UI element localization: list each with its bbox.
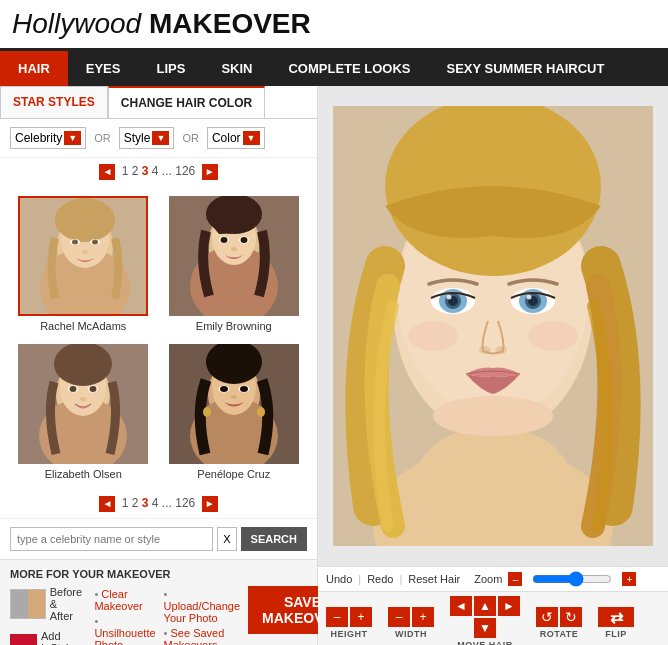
redo-link[interactable]: Redo <box>367 573 393 585</box>
main-content: STAR STYLES CHANGE HAIR COLOR Celebrity … <box>0 86 668 645</box>
gallery-item-rachel[interactable]: Rachel McAdams <box>8 190 159 338</box>
svg-point-40 <box>240 386 248 392</box>
svg-point-60 <box>408 321 458 351</box>
width-minus-btn[interactable]: – <box>388 607 410 627</box>
zoom-minus-btn[interactable]: – <box>508 572 522 586</box>
zoom-plus-btn[interactable]: + <box>622 572 636 586</box>
svg-point-18 <box>240 237 247 243</box>
celebrity-name-elizabeth: Elizabeth Olsen <box>12 468 155 480</box>
app-title: Hollywood MAKEOVER <box>12 8 311 39</box>
tab-star-styles[interactable]: STAR STYLES <box>0 86 108 118</box>
pg-b1[interactable]: 1 <box>122 496 129 510</box>
right-panel: Undo | Redo | Reset Hair Zoom – + – + HE… <box>318 86 668 645</box>
width-buttons: – + <box>388 607 434 627</box>
nav-item-summer-haircut[interactable]: SEXY SUMMER HAIRCUT <box>429 51 623 86</box>
svg-point-38 <box>220 386 228 392</box>
svg-point-41 <box>231 395 237 399</box>
undo-link[interactable]: Undo <box>326 573 352 585</box>
next-btn-top[interactable]: ► <box>202 164 218 180</box>
prev-btn-top[interactable]: ◄ <box>99 164 115 180</box>
svg-point-6 <box>72 240 78 245</box>
flip-btn[interactable]: ⇄ <box>598 607 634 627</box>
more-row: Before& After InStyle Add InStyleCover C… <box>10 586 307 645</box>
nav-item-complete-looks[interactable]: COMPLETE LOOKS <box>270 51 428 86</box>
move-down-btn[interactable]: ▼ <box>474 618 496 638</box>
search-button[interactable]: SEARCH <box>241 527 307 551</box>
color-dropdown-btn[interactable]: Color ▼ <box>207 127 265 149</box>
upload-photo-link[interactable]: Upload/Change Your Photo <box>164 588 240 624</box>
pg-126[interactable]: 126 <box>175 164 195 178</box>
prev-btn-bottom[interactable]: ◄ <box>99 496 115 512</box>
svg-point-59 <box>495 346 507 354</box>
celebrity-dropdown[interactable]: Celebrity ▼ <box>10 127 86 149</box>
celebrity-image-penelope[interactable] <box>169 344 299 464</box>
gallery-item-emily[interactable]: Emily Browning <box>159 190 310 338</box>
pg-b3[interactable]: 3 <box>142 496 149 510</box>
unsilhouette-link[interactable]: Unsilhouette Photo <box>94 615 155 645</box>
height-plus-btn[interactable]: + <box>350 607 372 627</box>
style-dropdown[interactable]: Style ▼ <box>119 127 175 149</box>
svg-point-26 <box>70 386 77 392</box>
add-instyle-button[interactable]: InStyle Add InStyleCover <box>10 630 82 645</box>
pg-b4[interactable]: 4 <box>152 496 159 510</box>
width-plus-btn[interactable]: + <box>412 607 434 627</box>
celebrity-image-emily[interactable] <box>169 196 299 316</box>
more-title: MORE FOR YOUR MAKEOVER <box>10 568 307 580</box>
celebrity-image-rachel[interactable] <box>18 196 148 316</box>
pg-b-dots: ... <box>162 496 172 510</box>
move-left-btn[interactable]: ◄ <box>450 596 472 616</box>
gallery-item-penelope[interactable]: Penélope Cruz <box>159 338 310 486</box>
more-section: MORE FOR YOUR MAKEOVER Before& After InS… <box>0 559 317 645</box>
nav-item-hair[interactable]: HAIR <box>0 51 68 86</box>
color-dropdown[interactable]: Color ▼ <box>207 127 265 149</box>
height-buttons: – + <box>326 607 372 627</box>
pg-b2[interactable]: 2 <box>132 496 139 510</box>
svg-point-9 <box>82 250 88 254</box>
nav-item-lips[interactable]: LIPS <box>138 51 203 86</box>
reset-hair-link[interactable]: Reset Hair <box>408 573 460 585</box>
before-after-button[interactable]: Before& After <box>10 586 82 622</box>
search-input[interactable] <box>10 527 213 551</box>
nav-item-eyes[interactable]: EYES <box>68 51 139 86</box>
svg-point-8 <box>92 240 98 245</box>
pg-4[interactable]: 4 <box>152 164 159 178</box>
move-up-btn[interactable]: ▲ <box>474 596 496 616</box>
svg-point-58 <box>479 346 491 354</box>
pg-3[interactable]: 3 <box>142 164 149 178</box>
preview-area <box>318 86 668 566</box>
next-btn-bottom[interactable]: ► <box>202 496 218 512</box>
or-text-1: OR <box>94 132 111 144</box>
rotate-left-btn[interactable]: ↺ <box>536 607 558 627</box>
rotate-right-btn[interactable]: ↻ <box>560 607 582 627</box>
gallery-item-elizabeth[interactable]: Elizabeth Olsen <box>8 338 159 486</box>
svg-point-16 <box>220 237 227 243</box>
pg-1[interactable]: 1 <box>122 164 129 178</box>
celebrity-image-elizabeth[interactable] <box>18 344 148 464</box>
controls-bar: – + HEIGHT – + WIDTH ◄ ▲ ► <box>318 591 668 645</box>
move-right-btn[interactable]: ► <box>498 596 520 616</box>
zoom-slider[interactable] <box>532 571 612 587</box>
svg-point-19 <box>231 247 237 251</box>
svg-point-62 <box>433 396 553 436</box>
instyle-icon: InStyle <box>10 634 37 645</box>
celebrity-name-penelope: Penélope Cruz <box>163 468 306 480</box>
svg-point-28 <box>90 386 97 392</box>
celebrity-dropdown-btn[interactable]: Celebrity ▼ <box>10 127 86 149</box>
flip-control: ⇄ FLIP <box>598 607 634 639</box>
move-hair-control: ◄ ▲ ► ▼ MOVE HAIR <box>450 596 520 645</box>
saved-makeovers-link[interactable]: See Saved Makeovers <box>164 627 240 645</box>
celebrity-dropdown-arrow: ▼ <box>64 131 81 145</box>
clear-makeover-link[interactable]: Clear Makeover <box>94 588 155 612</box>
svg-point-61 <box>528 321 578 351</box>
nav-item-skin[interactable]: SKIN <box>203 51 270 86</box>
search-clear-button[interactable]: X <box>217 527 236 551</box>
or-text-2: OR <box>182 132 199 144</box>
app-header: Hollywood MAKEOVER <box>0 0 668 51</box>
pg-b126[interactable]: 126 <box>175 496 195 510</box>
pg-2[interactable]: 2 <box>132 164 139 178</box>
tab-change-hair-color[interactable]: CHANGE HAIR COLOR <box>108 86 265 118</box>
color-dropdown-arrow: ▼ <box>243 131 260 145</box>
style-dropdown-btn[interactable]: Style ▼ <box>119 127 175 149</box>
celebrity-name-rachel: Rachel McAdams <box>12 320 155 332</box>
height-minus-btn[interactable]: – <box>326 607 348 627</box>
